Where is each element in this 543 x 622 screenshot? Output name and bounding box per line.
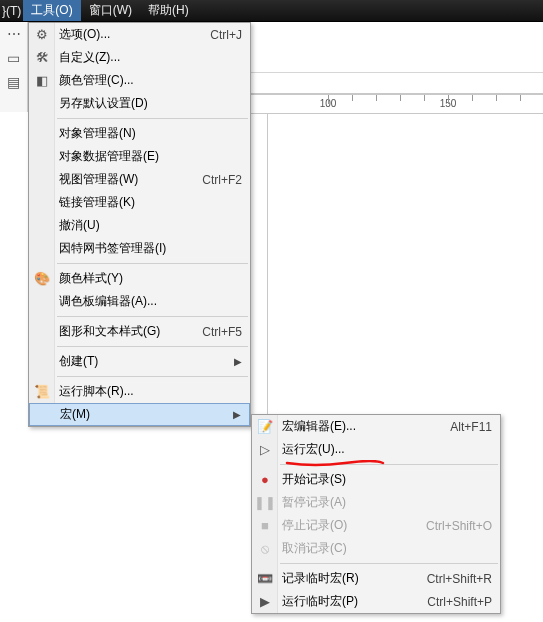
menu-separator (57, 263, 248, 264)
menu-item-object-manager[interactable]: 对象管理器(N) (29, 122, 250, 145)
tb-icon-2[interactable]: ▤ (4, 72, 24, 92)
menu-item-color-management[interactable]: ◧ 颜色管理(C)... (29, 69, 250, 92)
menu-item-label: 运行脚本(R)... (59, 383, 242, 400)
tb-ellipsis[interactable]: ⋯ (4, 24, 24, 44)
menu-separator (57, 346, 248, 347)
script-icon: 📜 (33, 383, 51, 401)
horizontal-ruler: 100 150 (248, 94, 543, 114)
menu-item-label: 运行临时宏(P) (282, 593, 427, 610)
color-mgmt-icon: ◧ (33, 72, 51, 90)
menu-item-run-script[interactable]: 📜 运行脚本(R)... (29, 380, 250, 403)
menu-separator (57, 376, 248, 377)
menu-tools[interactable]: 工具(O) (23, 0, 80, 21)
menu-item-label: 图形和文本样式(G) (59, 323, 202, 340)
menu-item-palette-editor[interactable]: 调色板编辑器(A)... (29, 290, 250, 313)
menu-item-undo[interactable]: 撤消(U) (29, 214, 250, 237)
menubar: }(T) 工具(O) 窗口(W) 帮助(H) (0, 0, 543, 22)
menu-item-shortcut: Ctrl+Shift+O (426, 519, 492, 533)
submenu-item-stop-record: ■ 停止记录(O) Ctrl+Shift+O (252, 514, 500, 537)
left-toolbar: ⋯ ▭ ▤ (0, 22, 28, 112)
menu-item-label: 暂停记录(A) (282, 494, 492, 511)
stop-icon: ■ (256, 517, 274, 535)
menu-item-label: 颜色样式(Y) (59, 270, 242, 287)
menu-item-label: 自定义(Z)... (59, 49, 242, 66)
menu-item-label: 颜色管理(C)... (59, 72, 242, 89)
menu-item-graphic-text-styles[interactable]: 图形和文本样式(G) Ctrl+F5 (29, 320, 250, 343)
menu-item-label: 视图管理器(W) (59, 171, 202, 188)
record-icon: ● (256, 471, 274, 489)
temp-play-icon: ▶ (256, 593, 274, 611)
menu-item-color-styles[interactable]: 🎨 颜色样式(Y) (29, 267, 250, 290)
cancel-icon: ⦸ (256, 540, 274, 558)
menu-item-label: 撤消(U) (59, 217, 242, 234)
annotation-underline (285, 460, 385, 466)
submenu-item-start-record[interactable]: ● 开始记录(S) (252, 468, 500, 491)
menu-item-customize[interactable]: 🛠 自定义(Z)... (29, 46, 250, 69)
menu-item-label: 选项(O)... (59, 26, 210, 43)
submenu-arrow-icon: ▶ (227, 409, 241, 420)
temp-record-icon: 📼 (256, 570, 274, 588)
menu-separator (57, 118, 248, 119)
doc-topbar (248, 72, 543, 94)
menu-item-object-data-manager[interactable]: 对象数据管理器(E) (29, 145, 250, 168)
customize-icon: 🛠 (33, 49, 51, 67)
menu-item-label: 因特网书签管理器(I) (59, 240, 242, 257)
options-icon: ⚙ (33, 26, 51, 44)
submenu-item-run-macro[interactable]: ▷ 运行宏(U)... (252, 438, 500, 461)
tb-icon-1[interactable]: ▭ (4, 48, 24, 68)
menu-item-save-defaults[interactable]: 另存默认设置(D) (29, 92, 250, 115)
submenu-item-run-temp-macro[interactable]: ▶ 运行临时宏(P) Ctrl+Shift+P (252, 590, 500, 613)
submenu-item-record-temp-macro[interactable]: 📼 记录临时宏(R) Ctrl+Shift+R (252, 567, 500, 590)
menu-item-link-manager[interactable]: 链接管理器(K) (29, 191, 250, 214)
menu-item-options[interactable]: ⚙ 选项(O)... Ctrl+J (29, 23, 250, 46)
menu-item-create[interactable]: 创建(T) ▶ (29, 350, 250, 373)
menu-item-label: 对象管理器(N) (59, 125, 242, 142)
tools-dropdown-menu: ⚙ 选项(O)... Ctrl+J 🛠 自定义(Z)... ◧ 颜色管理(C).… (28, 22, 251, 427)
color-styles-icon: 🎨 (33, 270, 51, 288)
pause-icon: ❚❚ (256, 494, 274, 512)
menu-item-view-manager[interactable]: 视图管理器(W) Ctrl+F2 (29, 168, 250, 191)
menu-item-label: 链接管理器(K) (59, 194, 242, 211)
menu-help[interactable]: 帮助(H) (140, 0, 197, 21)
menu-item-shortcut: Ctrl+J (210, 28, 242, 42)
menu-item-shortcut: Ctrl+F2 (202, 173, 242, 187)
menu-item-shortcut: Ctrl+F5 (202, 325, 242, 339)
macro-editor-icon: 📝 (256, 418, 274, 436)
menu-item-label: 创建(T) (59, 353, 228, 370)
menu-item-shortcut: Ctrl+Shift+R (427, 572, 492, 586)
menu-item-shortcut: Ctrl+Shift+P (427, 595, 492, 609)
menu-item-shortcut: Alt+F11 (450, 420, 492, 434)
menu-item-label: 停止记录(O) (282, 517, 426, 534)
menu-separator (57, 316, 248, 317)
menu-item-label: 记录临时宏(R) (282, 570, 427, 587)
menu-item-label: 调色板编辑器(A)... (59, 293, 242, 310)
menu-separator (280, 563, 498, 564)
macro-submenu: 📝 宏编辑器(E)... Alt+F11 ▷ 运行宏(U)... ● 开始记录(… (251, 414, 501, 614)
menu-item-label: 运行宏(U)... (282, 441, 492, 458)
submenu-item-pause-record: ❚❚ 暂停记录(A) (252, 491, 500, 514)
menu-item-label: 开始记录(S) (282, 471, 492, 488)
submenu-item-cancel-record: ⦸ 取消记录(C) (252, 537, 500, 560)
menu-item-macro[interactable]: 宏(M) ▶ (29, 403, 250, 426)
menu-item-label: 另存默认设置(D) (59, 95, 242, 112)
menu-item-label: 宏编辑器(E)... (282, 418, 450, 435)
menu-window[interactable]: 窗口(W) (81, 0, 140, 21)
play-icon: ▷ (256, 441, 274, 459)
menu-item-label: 对象数据管理器(E) (59, 148, 242, 165)
menu-item-label: 取消记录(C) (282, 540, 492, 557)
menu-item-bookmark-manager[interactable]: 因特网书签管理器(I) (29, 237, 250, 260)
submenu-arrow-icon: ▶ (228, 356, 242, 367)
submenu-item-macro-editor[interactable]: 📝 宏编辑器(E)... Alt+F11 (252, 415, 500, 438)
menu-item-label: 宏(M) (60, 406, 227, 423)
menubar-fragment: }(T) (2, 2, 23, 20)
